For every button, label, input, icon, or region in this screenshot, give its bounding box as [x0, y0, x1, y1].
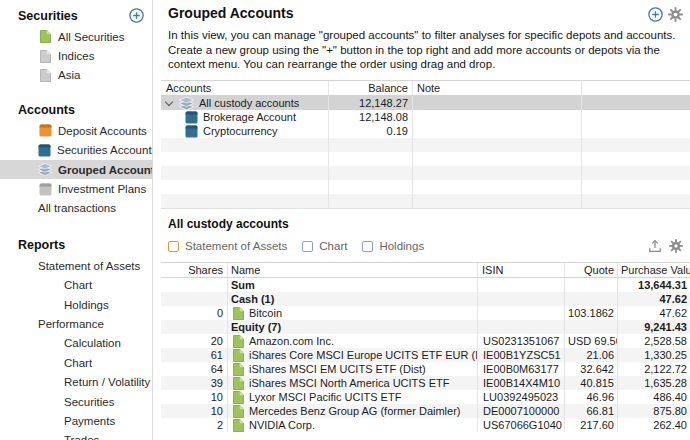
column-header-name[interactable]: Name: [228, 263, 478, 277]
holdings-group-row[interactable]: Sum13,644.31: [161, 278, 690, 292]
tab-statement-of-assets[interactable]: Statement of Assets: [168, 240, 287, 252]
holding-quote: [565, 292, 618, 306]
security-file-icon: [233, 363, 244, 376]
sidebar-section-title: Securities: [18, 9, 78, 23]
export-icon[interactable]: [648, 239, 662, 253]
detail-panel-actions: [648, 239, 683, 253]
security-file-icon: [233, 419, 244, 432]
sidebar-item-securities[interactable]: Securities: [0, 392, 152, 411]
holding-row[interactable]: 20 Amazon.com Inc.US0231351067USD 69.502…: [161, 334, 690, 348]
sidebar-item-asia[interactable]: Asia: [0, 66, 152, 85]
security-file-icon: [233, 391, 244, 404]
holding-purchase-value: 2,122.72: [618, 362, 690, 376]
sidebar-item-grouped-accounts[interactable]: Grouped Accounts: [0, 160, 152, 179]
holding-row[interactable]: 10 Lyxor MSCI Pacific UCITS ETFLU0392495…: [161, 390, 690, 404]
holding-name: NVIDIA Corp.: [249, 418, 315, 432]
page-description: In this view, you can manage "grouped ac…: [168, 28, 689, 72]
holding-isin: LU0392495023: [478, 390, 565, 404]
layers-icon: [38, 163, 52, 176]
sidebar-item-indices[interactable]: Indices: [0, 46, 152, 65]
holding-row[interactable]: 2 NVIDIA Corp.US67066G1040217.60262.40: [161, 418, 690, 432]
holding-row[interactable]: 10 Mercedes Benz Group AG (former Daimle…: [161, 404, 690, 418]
sidebar-item-chart[interactable]: Chart: [0, 276, 152, 295]
holdings-table-header: Shares Name ISIN Quote Purchase Value: [161, 262, 690, 278]
holding-shares: 20: [161, 334, 228, 348]
sidebar-section-title: Reports: [18, 238, 65, 252]
add-group-button[interactable]: [648, 7, 663, 22]
empty-row: [161, 138, 690, 152]
holding-purchase-value: 13,644.31: [618, 278, 690, 292]
tab-checkbox-icon: [168, 241, 179, 252]
sidebar-item-label: Holdings: [64, 299, 109, 311]
tab-chart[interactable]: Chart: [302, 240, 347, 252]
holdings-group-row[interactable]: Cash (1)47.62: [161, 292, 690, 306]
sidebar-item-label: Statement of Assets: [38, 260, 140, 272]
column-header-balance[interactable]: Balance: [329, 81, 413, 95]
holding-name: Amazon.com Inc.: [249, 334, 334, 348]
holding-row[interactable]: 39 iShares MSCI North America UCITS ETFI…: [161, 376, 690, 390]
holding-isin: US0231351067: [478, 334, 565, 348]
sidebar-item-all-transactions[interactable]: All transactions: [0, 199, 152, 218]
security-file-icon: [40, 69, 51, 82]
sidebar-item-performance[interactable]: Performance: [0, 314, 152, 333]
column-header-quote[interactable]: Quote: [565, 263, 618, 277]
column-header-accounts[interactable]: Accounts: [161, 81, 329, 95]
sidebar-section: ReportsStatement of AssetsChartHoldingsP…: [0, 236, 152, 440]
add-security-button[interactable]: [129, 8, 144, 23]
holding-purchase-value: 9,241.43: [618, 320, 690, 334]
sidebar-section: Securities All Securities Indices Asia: [0, 7, 152, 85]
account-row[interactable]: Cryptocurrency0.19: [161, 124, 690, 138]
column-header-isin[interactable]: ISIN: [478, 263, 565, 277]
sidebar-item-label: Chart: [64, 279, 92, 291]
holdings-group-row[interactable]: Equity (7)9,241.43: [161, 320, 690, 334]
account-balance: 12,148.27: [329, 96, 413, 110]
holding-row[interactable]: 0 Bitcoin103.186247.62: [161, 306, 690, 320]
account-name: Cryptocurrency: [203, 124, 278, 138]
settings-gear-icon[interactable]: [668, 7, 683, 22]
holding-name: Equity (7): [231, 320, 281, 334]
sidebar-item-investment-plans[interactable]: Investment Plans: [0, 179, 152, 198]
sidebar-item-payments[interactable]: Payments: [0, 411, 152, 430]
sidebar-item-return-volatility[interactable]: Return / Volatility: [0, 372, 152, 391]
column-header-purchase-value[interactable]: Purchase Value: [618, 263, 690, 277]
sidebar-item-chart[interactable]: Chart: [0, 353, 152, 372]
column-header-shares[interactable]: Shares: [161, 263, 228, 277]
sidebar-item-trades[interactable]: Trades: [0, 431, 152, 440]
holding-isin: US67066G1040: [478, 418, 565, 432]
sidebar-item-label: Investment Plans: [58, 183, 146, 195]
sidebar-item-label: Performance: [38, 318, 104, 330]
sidebar-item-calculation[interactable]: Calculation: [0, 334, 152, 353]
holding-quote: 217.60: [565, 418, 618, 432]
plus-circle-icon: [129, 8, 144, 23]
holding-name: Mercedes Benz Group AG (former Daimler): [249, 404, 461, 418]
sidebar-item-deposit-accounts[interactable]: Deposit Accounts: [0, 121, 152, 140]
plus-circle-icon: [648, 7, 663, 22]
holding-shares: 10: [161, 390, 228, 404]
accounts-table-header: Accounts Balance Note: [161, 80, 690, 96]
account-row[interactable]: Brokerage Account12,148.08: [161, 110, 690, 124]
holding-name: Sum: [231, 278, 255, 292]
holding-row[interactable]: 61 iShares Core MSCI Europe UCITS ETF EU…: [161, 348, 690, 362]
gear-icon: [669, 239, 683, 253]
column-header-note[interactable]: Note: [413, 81, 582, 95]
sidebar-item-statement-of-assets[interactable]: Statement of Assets: [0, 256, 152, 275]
settings-gear-icon[interactable]: [669, 239, 683, 253]
tab-holdings[interactable]: Holdings: [362, 240, 424, 252]
security-file-icon: [233, 349, 244, 362]
holding-shares: 0: [161, 306, 228, 320]
security-file-icon: [233, 307, 244, 320]
sidebar-item-label: Payments: [64, 415, 115, 427]
holding-quote: 40.815: [565, 376, 618, 390]
holding-row[interactable]: 64 iShares MSCI EM UCITS ETF (Dist)IE00B…: [161, 362, 690, 376]
sidebar-item-securities-accounts[interactable]: Securities Accounts: [0, 141, 152, 160]
chevron-down-icon[interactable]: [165, 97, 173, 105]
empty-row: [161, 194, 690, 208]
holding-quote: 66.81: [565, 404, 618, 418]
sidebar-item-holdings[interactable]: Holdings: [0, 295, 152, 314]
sidebar-item-label: Asia: [58, 69, 80, 81]
account-row[interactable]: All custody accounts12,148.27: [161, 96, 690, 110]
sidebar-item-all-securities[interactable]: All Securities: [0, 27, 152, 46]
holding-shares: 39: [161, 376, 228, 390]
holding-name: Lyxor MSCI Pacific UCITS ETF: [249, 390, 401, 404]
account-box-icon: [185, 111, 198, 124]
